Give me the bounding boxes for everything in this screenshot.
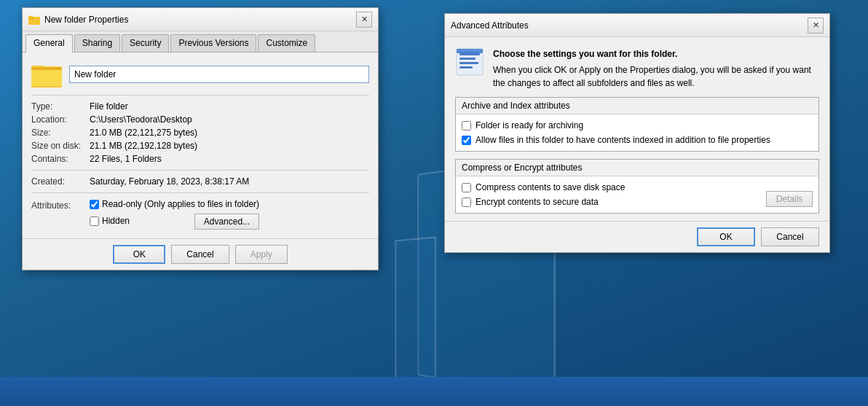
svg-rect-10 [459, 62, 478, 64]
compress-label: Compress contents to save disk space [476, 182, 625, 192]
location-row: Location: C:\Users\Teodora\Desktop [31, 114, 369, 125]
advanced-description-body: When you click OK or Apply on the Proper… [493, 63, 819, 90]
created-row: Created: Saturday, February 18, 2023, 8:… [31, 176, 369, 187]
svg-rect-11 [459, 66, 473, 69]
properties-buttons: OK Cancel Apply [23, 238, 378, 270]
separator-3 [31, 192, 369, 193]
properties-content: Type: File folder Location: C:\Users\Teo… [23, 52, 378, 238]
properties-title-text: New folder Properties [44, 15, 128, 25]
properties-dialog: New folder Properties ✕ General Sharing … [22, 7, 379, 270]
svg-rect-8 [459, 53, 480, 55]
size-on-disk-row: Size on disk: 21.1 MB (22,192,128 bytes) [31, 141, 369, 151]
title-folder-icon [28, 15, 40, 25]
properties-close-button[interactable]: ✕ [356, 12, 372, 28]
advanced-close-button[interactable]: ✕ [808, 17, 824, 34]
separator-2 [31, 170, 369, 171]
folder-indexed-checkbox[interactable] [462, 136, 471, 145]
archive-checkbox-row-1: Folder is ready for archiving [462, 120, 813, 130]
archive-section-title: Archive and Index attributes [456, 98, 818, 114]
advanced-button[interactable]: Advanced... [194, 214, 259, 230]
tab-security[interactable]: Security [122, 34, 169, 52]
folder-archiving-label: Folder is ready for archiving [476, 120, 583, 130]
advanced-attributes-dialog: Advanced Attributes ✕ Choose the setting… [444, 13, 830, 253]
hidden-checkbox[interactable] [90, 216, 99, 226]
hidden-checkbox-row: Hidden [90, 216, 130, 226]
tab-sharing[interactable]: Sharing [74, 34, 120, 52]
size-row: Size: 21.0 MB (22,121,275 bytes) [31, 128, 369, 138]
properties-cancel-button[interactable]: Cancel [171, 245, 229, 264]
properties-apply-button[interactable]: Apply [235, 245, 288, 264]
folder-icon-large [31, 61, 62, 87]
archive-checkbox-row-2: Allow files in this folder to have conte… [462, 135, 813, 145]
tab-customize[interactable]: Customize [258, 34, 315, 52]
tab-previous-versions[interactable]: Previous Versions [170, 34, 256, 52]
separator-1 [31, 95, 369, 95]
readonly-checkbox-row: Read-only (Only applies to files in fold… [90, 199, 259, 209]
advanced-ok-button[interactable]: OK [697, 227, 755, 246]
advanced-icon [455, 47, 484, 77]
advanced-header-area: Choose the settings you want for this fo… [445, 37, 829, 97]
compress-checkbox[interactable] [462, 183, 471, 192]
type-row: Type: File folder [31, 101, 369, 112]
encrypt-checkbox[interactable] [462, 198, 471, 207]
advanced-title-bar: Advanced Attributes ✕ [445, 14, 829, 37]
properties-title-bar: New folder Properties ✕ [23, 8, 378, 31]
encrypt-checkbox-row: Encrypt contents to secure data [462, 197, 766, 207]
hidden-label: Hidden [102, 216, 130, 226]
svg-rect-2 [28, 16, 33, 18]
advanced-cancel-button[interactable]: Cancel [761, 227, 819, 246]
encrypt-label: Encrypt contents to secure data [476, 197, 599, 207]
folder-archiving-checkbox[interactable] [462, 121, 471, 130]
advanced-description-bold: Choose the settings you want for this fo… [493, 47, 819, 60]
readonly-checkbox[interactable] [90, 200, 99, 209]
compress-section: Compress or Encrypt attributes Compress … [455, 159, 819, 214]
taskbar [0, 377, 868, 406]
attr-controls: Read-only (Only applies to files in fold… [90, 199, 259, 230]
contains-row: Contains: 22 Files, 1 Folders [31, 154, 369, 164]
properties-ok-button[interactable]: OK [113, 245, 165, 264]
details-button[interactable]: Details [766, 191, 813, 207]
folder-indexed-label: Allow files in this folder to have conte… [476, 135, 770, 145]
folder-name-input[interactable] [69, 66, 369, 83]
tab-general[interactable]: General [25, 34, 73, 52]
archive-section: Archive and Index attributes Folder is r… [455, 97, 819, 152]
attributes-row: Attributes: Read-only (Only applies to f… [31, 199, 369, 230]
svg-rect-6 [31, 67, 62, 70]
compress-section-title: Compress or Encrypt attributes [456, 160, 818, 176]
advanced-description: Choose the settings you want for this fo… [493, 47, 819, 90]
advanced-buttons: OK Cancel [445, 221, 829, 252]
folder-header [31, 61, 369, 87]
svg-rect-9 [459, 58, 476, 60]
advanced-title-text: Advanced Attributes [451, 20, 529, 31]
svg-rect-13 [457, 49, 483, 52]
readonly-label: Read-only (Only applies to files in fold… [102, 199, 259, 209]
tab-strip: General Sharing Security Previous Versio… [23, 31, 378, 52]
compress-checkbox-row: Compress contents to save disk space [462, 182, 766, 192]
